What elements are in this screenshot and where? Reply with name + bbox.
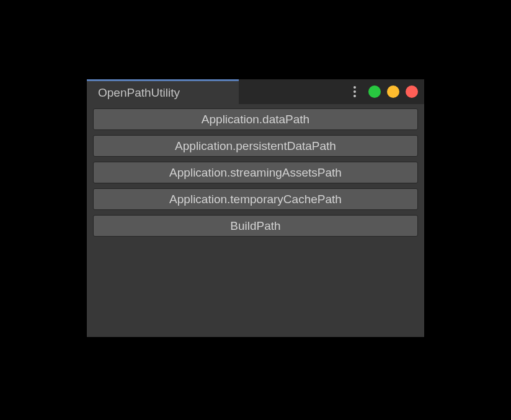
traffic-light-red-icon[interactable] <box>406 85 418 98</box>
application-streamingassetspath-button[interactable]: Application.streamingAssetsPath <box>93 162 418 183</box>
application-datapath-button[interactable]: Application.dataPath <box>93 108 418 130</box>
buildpath-button[interactable]: BuildPath <box>93 215 418 237</box>
traffic-light-green-icon[interactable] <box>368 85 381 98</box>
tab-bar: OpenPathUtility <box>87 79 424 104</box>
tab-openpathutility[interactable]: OpenPathUtility <box>87 79 239 104</box>
application-temporarycachepath-button[interactable]: Application.temporaryCachePath <box>93 188 418 210</box>
button-label: Application.persistentDataPath <box>175 139 336 153</box>
button-label: Application.temporaryCachePath <box>169 193 342 206</box>
application-persistentdatapath-button[interactable]: Application.persistentDataPath <box>93 135 418 157</box>
traffic-light-yellow-icon[interactable] <box>387 85 399 98</box>
window-controls <box>351 79 418 104</box>
button-label: Application.streamingAssetsPath <box>169 166 342 180</box>
window-content: Application.dataPath Application.persist… <box>87 104 424 337</box>
button-label: Application.dataPath <box>202 113 309 126</box>
editor-window: OpenPathUtility Application.dataPath App… <box>87 79 424 337</box>
button-label: BuildPath <box>230 219 280 233</box>
tab-title: OpenPathUtility <box>98 86 180 100</box>
kebab-menu-icon[interactable] <box>351 84 358 100</box>
